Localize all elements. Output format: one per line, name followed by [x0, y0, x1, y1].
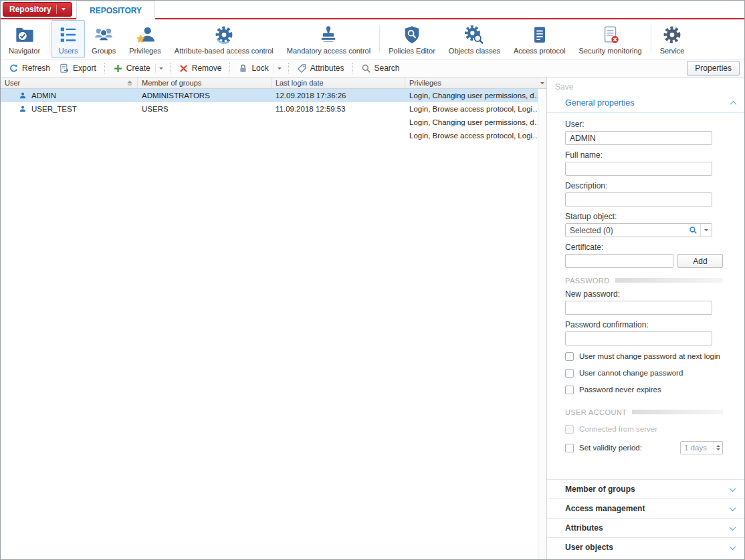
checkbox-label: Connected from server	[579, 425, 657, 433]
cell-user-text: ADMIN	[31, 92, 56, 100]
ribbon-item-label: Service	[660, 47, 685, 55]
group-header-label: USER ACCOUNT	[565, 408, 627, 416]
export-button[interactable]: Export	[55, 61, 101, 76]
cell-member-of-groups: ADMINISTRATORS	[138, 89, 272, 102]
ribbon-item-label: Users	[59, 47, 78, 55]
lock-dropdown-button[interactable]	[274, 64, 285, 73]
app-window: Repository REPOSITORY Navigator Users	[0, 0, 745, 560]
attributes-button[interactable]: Attributes	[292, 61, 349, 76]
checkbox-user-must-change-password[interactable]: User must change password at next login	[565, 352, 744, 361]
checkbox[interactable]	[565, 386, 574, 394]
certificate-input[interactable]	[565, 254, 673, 268]
column-label: User	[5, 79, 20, 87]
column-header-privileges[interactable]: Privileges	[405, 78, 538, 88]
section-user-objects[interactable]: User objects	[547, 537, 744, 557]
checkbox[interactable]	[565, 444, 574, 452]
ribbon-item-label: Objects classes	[449, 47, 500, 55]
chevron-down-icon	[62, 8, 66, 11]
ribbon-item-attribute-based-access-control[interactable]: Attribute-based access control	[168, 20, 280, 58]
navigator-icon	[15, 24, 35, 45]
ribbon-item-mandatory-access-control[interactable]: Mandatory access control	[280, 20, 377, 58]
checkbox-disabled	[565, 425, 574, 434]
save-label: Save	[555, 82, 573, 92]
combo-dropdown-button[interactable]	[700, 224, 712, 237]
ribbon-item-label: Access protocol	[514, 47, 566, 55]
password-confirmation-input[interactable]	[565, 331, 712, 345]
create-button[interactable]: Create	[108, 61, 155, 76]
checkbox-set-validity-period[interactable]: Set validity period: 1 days	[565, 443, 723, 452]
checkbox[interactable]	[565, 352, 574, 361]
tab-label: REPOSITORY	[90, 6, 142, 15]
users-table: User Member of groups Last login date Pr…	[1, 78, 538, 559]
section-attributes[interactable]: Attributes	[547, 518, 744, 537]
attribute-based-access-control-icon	[214, 24, 234, 45]
table-row-admin[interactable]: ADMIN ADMINISTRATORS 12.09.2018 17:36:26…	[1, 89, 538, 102]
create-dropdown-button[interactable]	[155, 64, 167, 73]
tag-icon	[297, 63, 307, 74]
section-general-properties[interactable]: General properties	[547, 94, 744, 113]
lock-label: Lock	[251, 63, 268, 73]
policies-editor-icon	[402, 24, 422, 45]
column-header-member-of-groups[interactable]: Member of groups	[138, 78, 272, 88]
description-input[interactable]	[565, 192, 712, 206]
ribbon-item-access-protocol[interactable]: Access protocol	[507, 20, 572, 58]
remove-x-icon	[179, 63, 189, 74]
table-scrollbar-track[interactable]	[538, 78, 546, 559]
user-input[interactable]	[565, 131, 712, 145]
ribbon-item-label: Groups	[92, 47, 116, 55]
cell-last-login-date: 11.09.2018 12:59:53	[272, 102, 405, 116]
cell-last-login-date: 12.09.2018 17:36:26	[272, 89, 405, 102]
repository-menu-button[interactable]: Repository	[3, 2, 72, 17]
search-button[interactable]: Search	[356, 61, 405, 76]
refresh-label: Refresh	[22, 63, 50, 73]
ribbon-item-users[interactable]: Users	[51, 20, 85, 58]
ribbon-item-objects-classes[interactable]: Objects classes	[442, 20, 507, 58]
checkbox-user-cannot-change-password[interactable]: User cannot change password	[565, 368, 744, 378]
column-header-last-login-date[interactable]: Last login date	[272, 78, 405, 88]
cell-privileges: Login, Changing user permissions, d…	[405, 89, 538, 102]
sort-ascending-icon	[126, 80, 133, 86]
search-icon[interactable]	[689, 226, 700, 235]
description-label: Description:	[565, 182, 744, 190]
table-body: ADMIN ADMINISTRATORS 12.09.2018 17:36:26…	[1, 89, 538, 142]
general-properties-form: User: Full name: Description: Startup ob…	[547, 113, 744, 452]
service-icon	[662, 24, 682, 45]
remove-button[interactable]: Remove	[174, 61, 227, 76]
ribbon-item-security-monitoring[interactable]: Security monitoring	[572, 20, 649, 58]
checkbox-password-never-expires[interactable]: Password never expires	[565, 385, 744, 394]
checkbox[interactable]	[565, 369, 574, 378]
ribbon-item-groups[interactable]: Groups	[85, 20, 122, 58]
add-certificate-button[interactable]: Add	[677, 254, 723, 268]
groups-icon	[94, 24, 114, 45]
ribbon-item-navigator[interactable]: Navigator	[2, 20, 47, 58]
new-password-label: New password:	[565, 290, 744, 299]
tab-repository[interactable]: REPOSITORY	[76, 1, 155, 19]
save-button[interactable]: Save	[547, 78, 744, 94]
section-title: User objects	[565, 543, 613, 552]
refresh-button[interactable]: Refresh	[4, 61, 55, 76]
export-label: Export	[73, 63, 96, 73]
new-password-input[interactable]	[565, 301, 712, 315]
section-member-of-groups[interactable]: Member of groups	[547, 479, 744, 499]
properties-panel: Save General properties User: Full name:…	[546, 78, 744, 559]
user-account-group-header: USER ACCOUNT	[565, 408, 723, 416]
section-access-management[interactable]: Access management	[547, 499, 744, 518]
lock-button[interactable]: Lock	[233, 61, 273, 76]
full-name-input[interactable]	[565, 162, 712, 176]
column-menu-button[interactable]	[538, 78, 546, 89]
ribbon-item-service[interactable]: Service	[653, 20, 691, 58]
security-monitoring-icon	[601, 24, 621, 45]
column-label: Member of groups	[142, 79, 201, 87]
chevron-down-icon	[278, 67, 282, 69]
user-icon	[19, 92, 27, 100]
properties-button[interactable]: Properties	[687, 61, 740, 76]
ribbon-item-policies-editor[interactable]: Policies Editor	[382, 20, 442, 58]
column-header-user[interactable]: User	[1, 78, 138, 88]
validity-period-stepper[interactable]: 1 days	[680, 441, 723, 454]
stepper-buttons[interactable]	[714, 442, 722, 454]
ribbon-item-privileges[interactable]: Privileges	[122, 20, 168, 58]
cell-user-text: USER_TEST	[31, 105, 77, 113]
table-row-user-test[interactable]: USER_TEST USERS 11.09.2018 12:59:53 Logi…	[1, 102, 538, 116]
startup-object-combo[interactable]: Selected (0)	[565, 223, 712, 237]
checkbox-label: Set validity period:	[579, 444, 642, 452]
